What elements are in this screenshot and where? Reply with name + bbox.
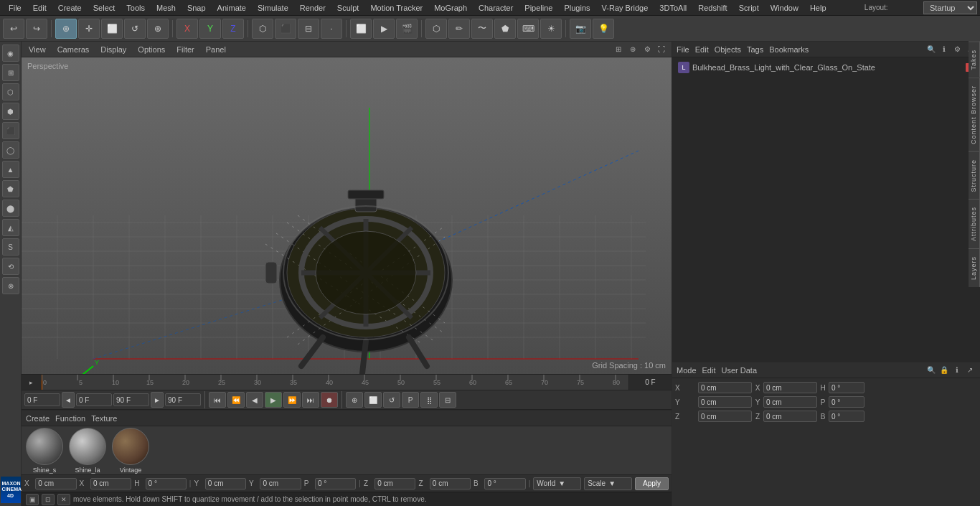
obj-objects-menu[interactable]: Objects [715, 45, 741, 54]
mode-btn-5[interactable]: ◯ [2, 141, 19, 159]
mat-create-menu[interactable]: Create [26, 414, 50, 423]
layout-selector[interactable]: Startup Standard Minimal [923, 1, 977, 14]
attr-mode-menu[interactable]: Mode [677, 366, 697, 375]
obj-info-icon[interactable]: ℹ [938, 44, 950, 55]
object-list[interactable]: L Bulkhead_Brass_Light_with_Clear_Glass_… [672, 57, 980, 362]
anim-tool-2[interactable]: ⬜ [364, 392, 382, 408]
next-frame-btn[interactable]: ⏩ [283, 392, 301, 408]
nav-pen-btn[interactable]: ✏ [448, 19, 470, 39]
mode-btn-11[interactable]: ⟲ [2, 258, 19, 275]
play-btn[interactable]: ▶ [265, 392, 282, 408]
object-row-0[interactable]: L Bulkhead_Brass_Light_with_Clear_Glass_… [675, 60, 977, 75]
current-frame-field[interactable]: 0 F [24, 393, 60, 406]
menu-redshift[interactable]: Redshift [692, 0, 732, 16]
world-dropdown[interactable]: World ▼ [533, 477, 581, 490]
start-frame-field[interactable]: 0 F [76, 393, 112, 406]
apply-button[interactable]: Apply [635, 477, 669, 490]
attr-z2-field[interactable]: 0 cm [763, 411, 817, 422]
attr-info-icon[interactable]: ℹ [951, 365, 963, 376]
z-value-field[interactable]: 0 cm [374, 478, 415, 489]
redo-button[interactable]: ↪ [26, 19, 47, 39]
viewport-3d[interactable]: Y X Z [22, 57, 672, 374]
frame-left-step[interactable]: ◄ [62, 392, 75, 408]
menu-create[interactable]: Create [52, 0, 88, 16]
undo-button[interactable]: ↩ [3, 19, 24, 39]
frame-right-step[interactable]: ► [151, 392, 164, 408]
mode-btn-7[interactable]: ⬟ [2, 180, 19, 197]
attr-y2-field[interactable]: 0 cm [763, 396, 817, 408]
go-to-start-btn[interactable]: ⏮ [209, 392, 226, 408]
vtab-takes[interactable]: Takes [969, 42, 980, 78]
mode-btn-3[interactable]: ⬢ [2, 103, 19, 120]
x2-value-field[interactable]: 0 cm [90, 478, 131, 489]
attr-userdata-menu[interactable]: User Data [722, 366, 758, 375]
anim-tool-5[interactable]: ⣿ [420, 392, 438, 408]
x-axis-btn[interactable]: X [176, 19, 198, 39]
nav-spline-btn[interactable]: 〜 [471, 19, 493, 39]
vp-view-menu[interactable]: View [26, 44, 49, 55]
mode-btn-1[interactable]: ⊞ [2, 64, 19, 81]
menu-pipeline[interactable]: Pipeline [519, 0, 558, 16]
light-visible-btn[interactable]: 💡 [593, 19, 614, 39]
menu-mograph[interactable]: MoGraph [428, 0, 473, 16]
attr-h-field[interactable]: 0 ° [829, 382, 864, 393]
scale-dropdown[interactable]: Scale ▼ [584, 477, 632, 490]
attr-expand-icon[interactable]: ↗ [964, 365, 976, 376]
menu-render[interactable]: Render [294, 0, 331, 16]
menu-help[interactable]: Help [804, 0, 832, 16]
polygon-mode-btn[interactable]: ⬛ [275, 19, 296, 39]
menu-plugins[interactable]: Plugins [558, 0, 595, 16]
menu-character[interactable]: Character [473, 0, 519, 16]
menu-window[interactable]: Window [765, 0, 804, 16]
vp-icon-expand[interactable]: ⊞ [613, 44, 624, 55]
attr-x-field[interactable]: 0 cm [698, 382, 752, 393]
record-btn[interactable]: ⏺ [321, 392, 338, 408]
obj-search-icon[interactable]: 🔍 [925, 44, 937, 55]
obj-settings-icon[interactable]: ⚙ [951, 44, 963, 55]
scale-tool[interactable]: ⬜ [101, 19, 123, 39]
menu-mesh[interactable]: Mesh [151, 0, 182, 16]
point-mode-btn[interactable]: · [321, 19, 342, 39]
mode-btn-9[interactable]: ◭ [2, 219, 19, 236]
mode-btn-8[interactable]: ⬤ [2, 200, 19, 217]
nav-obj-btn[interactable]: ⬟ [494, 19, 516, 39]
attr-y-field[interactable]: 0 cm [698, 396, 752, 408]
mat-texture-menu[interactable]: Texture [91, 414, 117, 423]
obj-tags-menu[interactable]: Tags [747, 45, 763, 54]
mode-btn-12[interactable]: ⊗ [2, 277, 19, 294]
attr-search-icon[interactable]: 🔍 [925, 365, 937, 376]
menu-animate[interactable]: Animate [212, 0, 252, 16]
b-value-field[interactable]: 0 ° [484, 478, 525, 489]
material-swatch-2[interactable] [112, 428, 149, 465]
mode-btn-6[interactable]: ▲ [2, 161, 19, 178]
obj-file-menu[interactable]: File [677, 45, 689, 54]
mode-btn-4[interactable]: ⬛ [2, 122, 19, 139]
preview-end-field[interactable]: 90 F [165, 393, 201, 406]
vtab-attributes[interactable]: Attributes [969, 199, 980, 248]
mode-btn-10[interactable]: S [2, 238, 19, 256]
rotate-tool[interactable]: ↺ [124, 19, 146, 39]
h-value-field[interactable]: 0 ° [146, 478, 187, 489]
render-btn[interactable]: 🎬 [396, 19, 418, 39]
obj-bookmarks-menu[interactable]: Bookmarks [769, 45, 809, 54]
nav-deform-btn[interactable]: ⌨ [517, 19, 539, 39]
transform-tool[interactable]: ⊕ [147, 19, 169, 39]
select-tool[interactable]: ⊕ [55, 19, 77, 39]
anim-tool-4[interactable]: P [402, 392, 419, 408]
obj-edit-menu[interactable]: Edit [695, 45, 709, 54]
mode-btn-2[interactable]: ⬡ [2, 83, 19, 100]
z2-value-field[interactable]: 0 cm [430, 478, 471, 489]
attr-lock-icon[interactable]: 🔒 [938, 365, 950, 376]
camera-btn[interactable]: 📷 [570, 19, 591, 39]
prev-frame-btn[interactable]: ⏪ [227, 392, 245, 408]
menu-vray[interactable]: V-Ray Bridge [596, 0, 654, 16]
vp-icon-settings[interactable]: ⚙ [641, 44, 653, 55]
attr-b-field[interactable]: 0 ° [829, 411, 864, 422]
vtab-layers[interactable]: Layers [969, 248, 980, 287]
vp-panel-menu[interactable]: Panel [203, 44, 229, 55]
menu-3dtoall[interactable]: 3DToAll [654, 0, 692, 16]
vp-display-menu[interactable]: Display [98, 44, 129, 55]
menu-sculpt[interactable]: Sculpt [331, 0, 365, 16]
y-axis-btn[interactable]: Y [199, 19, 221, 39]
mode-btn-0[interactable]: ◉ [2, 44, 19, 62]
